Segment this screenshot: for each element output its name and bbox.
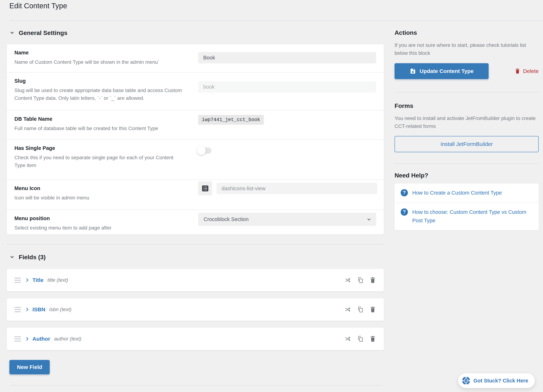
- section-title-general: General Settings: [19, 29, 67, 36]
- slug-input[interactable]: [198, 81, 376, 93]
- need-help-heading: Need Help?: [395, 172, 539, 179]
- actions-description: If you are not sure where to start, plea…: [395, 41, 539, 57]
- drag-handle-icon[interactable]: [14, 278, 21, 283]
- section-divider: [7, 244, 384, 244]
- trash-icon[interactable]: [369, 335, 376, 342]
- sidebar: Actions If you are not sure where to sta…: [395, 27, 539, 230]
- name-input[interactable]: [198, 52, 376, 63]
- main-column: General Settings Name Name of Custom Con…: [7, 27, 384, 386]
- copy-icon[interactable]: [357, 277, 364, 284]
- drag-handle-icon[interactable]: [14, 336, 21, 341]
- menu-icon-label: Menu Icon: [14, 185, 198, 191]
- field-name[interactable]: Author: [32, 336, 50, 342]
- toggle-knob: [197, 146, 206, 155]
- header-divider: [9, 21, 543, 21]
- section-toggle-fields[interactable]: Fields (3): [9, 253, 384, 261]
- question-mark-icon: ?: [401, 208, 408, 216]
- menu-position-selected-value: Crocoblock Section: [204, 216, 249, 222]
- menu-position-label: Menu position: [14, 216, 198, 222]
- forms-description: You need to install and activate JetFrom…: [395, 114, 539, 130]
- shuffle-icon[interactable]: [345, 306, 352, 313]
- name-label: Name: [14, 50, 198, 56]
- general-settings-card: Name Name of Custom Content Type will be…: [7, 44, 384, 234]
- menu-icon-input[interactable]: [216, 183, 377, 194]
- chevron-right-icon[interactable]: [25, 336, 29, 341]
- section-toggle-general-settings[interactable]: General Settings: [9, 29, 384, 36]
- install-jetformbuilder-button[interactable]: Install JetFormBuilder: [395, 136, 539, 152]
- help-link-label: How to choose: Custom Content Type vs Cu…: [412, 208, 531, 225]
- field-card-author: Author author (text): [7, 328, 384, 350]
- save-icon: [409, 68, 416, 74]
- menu-icon-description: Icon will be visible in admin menu: [14, 194, 185, 202]
- trash-icon[interactable]: [369, 306, 376, 313]
- chevron-down-icon: [9, 254, 15, 260]
- name-description: Name of Custom Content Type will be show…: [14, 58, 185, 66]
- field-card-isbn: ISBN isbn (text): [7, 298, 384, 321]
- menu-icon-preview-button[interactable]: [198, 182, 212, 195]
- has-single-page-label: Has Single Page: [14, 145, 198, 151]
- got-stuck-button[interactable]: SOS Got Stuck? Click Here: [458, 373, 535, 388]
- question-mark-icon: ?: [401, 189, 408, 196]
- field-card-title: Title title (text): [7, 269, 384, 291]
- got-stuck-label: Got Stuck? Click Here: [473, 378, 528, 384]
- field-meta: author (text): [54, 336, 81, 342]
- field-meta: isbn (text): [49, 307, 72, 312]
- lifebuoy-icon: SOS: [462, 376, 470, 385]
- field-name[interactable]: ISBN: [32, 307, 45, 312]
- update-content-type-button[interactable]: Update Content Type: [395, 63, 489, 79]
- new-field-button[interactable]: New Field: [9, 360, 50, 374]
- delete-button[interactable]: Delete: [515, 68, 539, 74]
- copy-icon[interactable]: [357, 335, 364, 342]
- db-table-label: DB Table Name: [14, 116, 198, 122]
- help-link-cct-vs-cpt[interactable]: ? How to choose: Custom Content Type vs …: [395, 203, 539, 230]
- list-view-icon: [201, 184, 209, 193]
- actions-row: Update Content Type Delete: [395, 63, 539, 79]
- setting-row-name: Name Name of Custom Content Type will be…: [7, 44, 384, 72]
- slug-label: Slug: [14, 78, 198, 84]
- setting-row-menu-position: Menu position Select existing menu item …: [7, 210, 384, 234]
- field-meta: title (text): [47, 277, 68, 283]
- trash-icon[interactable]: [369, 277, 376, 284]
- shuffle-icon[interactable]: [345, 335, 352, 342]
- field-name[interactable]: Title: [32, 277, 43, 283]
- chevron-down-icon: [9, 30, 15, 35]
- setting-row-menu-icon: Menu Icon Icon will be visible in admin …: [7, 179, 384, 210]
- setting-row-db-table: DB Table Name Full name of database tabl…: [7, 110, 384, 139]
- chevron-down-icon: [367, 217, 372, 222]
- has-single-page-toggle[interactable]: [198, 148, 211, 154]
- db-table-description: Full name of database table will be crea…: [14, 125, 185, 132]
- update-button-label: Update Content Type: [420, 68, 474, 74]
- db-table-name-value: iwp7441_jet_cct_book: [198, 115, 264, 125]
- section-title-fields: Fields (3): [19, 254, 45, 261]
- menu-position-select[interactable]: Crocoblock Section: [198, 213, 376, 226]
- delete-button-label: Delete: [523, 68, 539, 74]
- forms-heading: Forms: [395, 102, 539, 109]
- chevron-right-icon[interactable]: [25, 307, 29, 312]
- sidebar-divider: [395, 163, 539, 164]
- actions-heading: Actions: [395, 29, 539, 36]
- menu-position-description: Select existing menu item to add page af…: [14, 224, 185, 232]
- copy-icon[interactable]: [357, 306, 364, 313]
- help-links-card: ? How to Create a Custom Content Type ? …: [395, 184, 539, 230]
- sidebar-divider: [395, 92, 539, 92]
- drag-handle-icon[interactable]: [14, 307, 21, 312]
- trash-icon: [515, 68, 520, 74]
- setting-row-slug: Slug Slug will be used to create appropr…: [7, 72, 384, 110]
- help-link-create-cct[interactable]: ? How to Create a Custom Content Type: [395, 184, 539, 203]
- slug-description: Slug will be used to create appropriate …: [14, 86, 185, 102]
- shuffle-icon[interactable]: [345, 277, 352, 284]
- has-single-page-description: Check this if you need to separate singl…: [14, 154, 185, 169]
- bottom-divider: [9, 385, 381, 386]
- sos-label: SOS: [465, 380, 468, 381]
- chevron-right-icon[interactable]: [25, 278, 29, 283]
- setting-row-has-single-page: Has Single Page Check this if you need t…: [7, 139, 384, 179]
- page-title: Edit Content Type: [9, 2, 67, 10]
- help-link-label: How to Create a Custom Content Type: [412, 189, 502, 197]
